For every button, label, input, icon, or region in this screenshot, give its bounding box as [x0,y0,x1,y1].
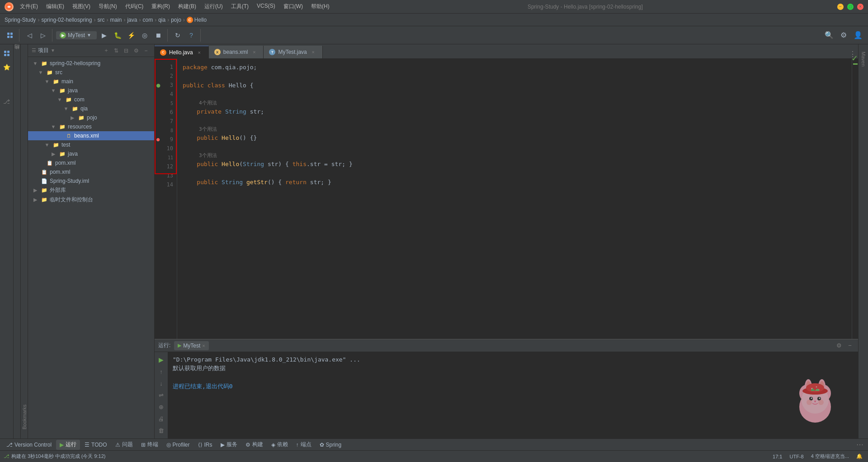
encoding[interactable]: 4 空格缩进充当... [809,453,851,460]
menu-help[interactable]: 帮助(H) [307,2,333,11]
tree-item-temp[interactable]: ▶ 📁 临时文件和控制台 [28,195,154,205]
menu-file[interactable]: 文件(E) [16,2,42,11]
menu-run[interactable]: 运行(U) [201,2,226,11]
tree-item-java2[interactable]: ▶ 📁 java [28,149,154,158]
maven-label[interactable]: Maven [860,48,867,70]
minimize-button[interactable]: − [837,4,844,10]
menu-edit[interactable]: 编辑(E) [42,2,68,11]
cursor-position[interactable]: 17:1 [771,454,784,459]
tree-item-pojo[interactable]: ▶ 📁 pojo [28,113,154,122]
tree-item-java1[interactable]: ▼ 📁 java [28,86,154,95]
project-collapse-button[interactable]: − [142,46,151,55]
breadcrumb-spring02[interactable]: spring-02-hellospring [41,17,92,23]
breadcrumb-hello[interactable]: C Hello [187,17,207,23]
btab-irs[interactable]: ⟨⟩ IRs [194,440,216,450]
tree-item-iml[interactable]: 📄 Spring-Study.iml [28,176,154,186]
toolbar-back-button[interactable]: ◁ [23,29,36,42]
tree-item-qia[interactable]: ▼ 📁 qia [28,104,154,113]
tree-item-test[interactable]: ▼ 📁 test [28,140,154,149]
tree-item-pomxml2[interactable]: 📋 pom.xml [28,167,154,176]
code-content[interactable]: package com.qia.pojo; public class Hello… [177,59,852,339]
tab-close-beansxml[interactable]: × [250,48,258,56]
menu-navigate[interactable]: 导航(N) [95,2,121,11]
btab-terminal[interactable]: ⊞ 终端 [137,440,162,450]
settings-button[interactable]: ⚙ [837,29,850,42]
menu-window[interactable]: 窗口(W) [280,2,307,11]
breadcrumb-src[interactable]: src [97,17,104,23]
menu-vcs[interactable]: VCS(S) [253,2,279,11]
maximize-button[interactable]: □ [847,4,854,10]
soft-wrap-button[interactable]: ⊕ [156,402,166,412]
btab-spring[interactable]: ✿ Spring [316,440,345,450]
btab-todo[interactable]: ☰ TODO [81,440,110,450]
tree-item-pomxml1[interactable]: 📋 pom.xml [28,158,154,167]
btab-services[interactable]: ▶ 服务 [217,440,241,450]
bottom-panel-content[interactable]: "D:\Program Files\Java\jdk1.8.0_212\bin\… [168,352,858,438]
breadcrumb-java[interactable]: java [127,17,137,23]
menu-build[interactable]: 构建(B) [175,2,200,11]
run-again-button[interactable]: ▶ [156,355,166,365]
stop-button[interactable]: ⏹ [152,29,165,42]
tab-beansxml[interactable]: X beans.xml × [209,46,264,58]
btab-version-control[interactable]: ⎇ Version Control [3,440,55,450]
btab-build[interactable]: ⚙ 构建 [242,440,267,450]
btab-profiler[interactable]: ◎ Profiler [163,440,193,450]
menu-refactor[interactable]: 重构(R) [148,2,174,11]
btab-run[interactable]: ▶ 运行 [56,440,80,450]
sidebar-icon-project[interactable] [1,48,12,59]
tab-hellojava[interactable]: C Hello.java × [155,46,209,58]
run-tab-mytest[interactable]: ▶ MyTest × [174,341,208,350]
bookmarks-label[interactable]: Bookmarks [22,405,27,429]
run-config-selector[interactable]: ▶ MyTest ▼ [56,31,97,39]
tree-item-external-libs[interactable]: ▶ 📁 外部库 [28,186,154,195]
debug-button[interactable]: 🐛 [111,29,124,42]
tab-mytestjava[interactable]: T MyTest.java × [264,46,322,58]
project-settings-button[interactable]: ⚙ [132,46,141,55]
menu-view[interactable]: 视图(V) [69,2,94,11]
toolbar-project-icon[interactable] [4,29,16,42]
print-button[interactable]: 🖨 [156,414,166,424]
btab-problems[interactable]: ⚠ 问题 [112,440,137,450]
project-filter-button[interactable]: ⊟ [122,46,131,55]
breadcrumb-pojo[interactable]: pojo [171,17,181,23]
menu-code[interactable]: 代码(C) [122,2,147,11]
project-sort-button[interactable]: ⇅ [112,46,121,55]
scroll-down-button[interactable]: ↓ [156,378,166,388]
project-dropdown-icon[interactable]: ▼ [51,48,55,53]
menu-tools[interactable]: 工具(T) [227,2,252,11]
tree-item-com[interactable]: ▼ 📁 com [28,95,154,104]
toolbar-forward-button[interactable]: ▷ [37,29,49,42]
btab-endpoints[interactable]: ↑ 端点 [292,440,315,450]
gutter-icon-3[interactable]: ● [156,81,160,89]
tab-close-hellojava[interactable]: × [196,49,203,56]
line-separator[interactable]: UTF-8 [788,454,805,459]
settings-run-button[interactable]: ⚙ [835,341,844,350]
breadcrumb-qia[interactable]: qia [158,17,165,23]
btab-deps[interactable]: ◈ 依赖 [268,440,292,450]
tree-item-main[interactable]: ▼ 📁 main [28,77,154,86]
close-button[interactable]: × [857,4,863,10]
gutter-icon-9[interactable]: ● [156,136,160,143]
sidebar-icon-git[interactable]: ⎇ [1,96,12,107]
tree-item-src[interactable]: ▼ 📁 src [28,68,154,77]
coverage-button[interactable]: ⚡ [125,29,137,42]
tree-item-resources[interactable]: ▼ 📁 resources [28,122,154,131]
scroll-up-button[interactable]: ↑ [156,367,166,376]
profile-button[interactable]: ◎ [138,29,151,42]
sync-button[interactable]: ↻ [171,29,184,42]
notifications-icon[interactable]: 🔔 [854,453,864,459]
account-button[interactable]: 👤 [852,29,864,42]
project-add-button[interactable]: ＋ [102,46,111,55]
breadcrumb-springStudy[interactable]: Spring-Study [5,17,36,23]
help-button[interactable]: ? [185,29,198,42]
breadcrumb-com[interactable]: com [142,17,153,23]
run-button[interactable]: ▶ [98,29,110,42]
more-tools-button[interactable]: ⋯ [854,440,865,449]
tree-item-beansxml[interactable]: 🗒 beans.xml [28,131,154,140]
breadcrumb-main[interactable]: main [110,17,122,23]
tree-item-spring02[interactable]: ▼ 📁 spring-02-hellospring [28,59,154,68]
clear-button[interactable]: 🗑 [156,425,166,435]
wrap-button[interactable]: ⇌ [156,390,166,400]
minimize-run-button[interactable]: − [845,341,854,350]
sidebar-icon-favorite[interactable]: ⭐ [1,62,12,72]
